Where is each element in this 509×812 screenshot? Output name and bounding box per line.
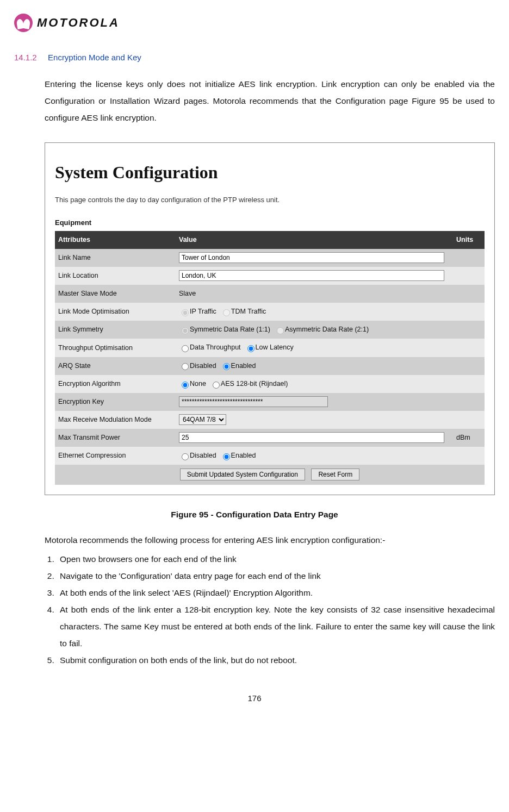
- radio-eth-enabled[interactable]: [223, 453, 230, 460]
- select-max-rx-mod[interactable]: 64QAM 7/8: [179, 414, 226, 425]
- step-5: Submit configuration on both ends of the…: [57, 652, 495, 669]
- equipment-label: Equipment: [55, 216, 485, 230]
- label-link-location: Link Location: [55, 267, 176, 285]
- row-eth-comp: Ethernet Compression Disabled Enabled: [55, 447, 485, 465]
- value-master-slave: Slave: [176, 285, 453, 303]
- lbl-arq-disabled: Disabled: [190, 362, 216, 370]
- intro-paragraph: Entering the license keys only does not …: [45, 76, 495, 126]
- process-steps: Open two browsers one for each end of th…: [14, 551, 495, 669]
- lbl-arq-enabled: Enabled: [231, 362, 256, 370]
- lbl-tdm-traffic: TDM Traffic: [231, 308, 266, 315]
- row-throughput-opt: Throughput Optimisation Data Throughput …: [55, 339, 485, 357]
- row-submit: Submit Updated System Configuration Rese…: [55, 465, 485, 485]
- label-link-mode-opt: Link Mode Optimisation: [55, 303, 176, 321]
- radio-low-latency[interactable]: [247, 345, 254, 352]
- label-link-name: Link Name: [55, 249, 176, 267]
- page-number: 176: [14, 690, 495, 707]
- config-table: Attributes Value Units Link Name Link Lo…: [55, 231, 485, 485]
- units-max-tx-power: dBm: [453, 429, 485, 447]
- motorola-logo-icon: [14, 14, 33, 32]
- label-eth-comp: Ethernet Compression: [55, 447, 176, 465]
- config-page-subtitle: This page controls the day to day config…: [55, 193, 485, 207]
- label-encryption-key: Encryption Key: [55, 393, 176, 411]
- label-link-symmetry: Link Symmetry: [55, 321, 176, 339]
- radio-ip-traffic[interactable]: [182, 309, 189, 316]
- step-2: Navigate to the 'Configuration' data ent…: [57, 567, 495, 584]
- label-encryption-algo: Encryption Algorithm: [55, 375, 176, 393]
- section-number: 14.1.2: [14, 53, 37, 62]
- input-max-tx-power[interactable]: [179, 432, 444, 443]
- section-heading: 14.1.2 Encryption Mode and Key: [14, 49, 495, 66]
- lbl-eth-disabled: Disabled: [190, 452, 216, 459]
- lbl-enc-none: None: [190, 380, 206, 388]
- radio-symmetric[interactable]: [182, 327, 189, 334]
- input-encryption-key[interactable]: [179, 396, 328, 407]
- row-link-symmetry: Link Symmetry Symmetric Data Rate (1:1) …: [55, 321, 485, 339]
- lbl-eth-enabled: Enabled: [231, 452, 256, 459]
- input-link-location[interactable]: [179, 270, 444, 281]
- step-4: At both ends of the link enter a 128-bit…: [57, 601, 495, 652]
- process-intro: Motorola recommends the following proces…: [45, 532, 495, 548]
- radio-asymmetric[interactable]: [277, 327, 284, 334]
- radio-arq-disabled[interactable]: [182, 363, 189, 370]
- input-link-name[interactable]: [179, 252, 444, 263]
- figure-caption: Figure 95 - Configuration Data Entry Pag…: [14, 506, 495, 523]
- lbl-enc-aes: AES 128-bit (Rijndael): [221, 380, 288, 388]
- radio-arq-enabled[interactable]: [223, 363, 230, 370]
- row-master-slave: Master Slave Mode Slave: [55, 285, 485, 303]
- label-arq-state: ARQ State: [55, 357, 176, 375]
- radio-tdm-traffic[interactable]: [223, 309, 230, 316]
- lbl-asymmetric: Asymmetric Data Rate (2:1): [285, 326, 369, 333]
- col-value: Value: [176, 231, 453, 249]
- radio-enc-none[interactable]: [182, 382, 189, 389]
- radio-enc-aes[interactable]: [213, 382, 220, 389]
- brand-header: MOTOROLA: [14, 11, 495, 35]
- row-max-rx-mod: Max Receive Modulation Mode 64QAM 7/8: [55, 411, 485, 429]
- label-max-rx-mod: Max Receive Modulation Mode: [55, 411, 176, 429]
- col-units: Units: [453, 231, 485, 249]
- row-link-mode-opt: Link Mode Optimisation IP Traffic TDM Tr…: [55, 303, 485, 321]
- config-screenshot: System Configuration This page controls …: [45, 142, 495, 495]
- config-page-title: System Configuration: [55, 155, 485, 190]
- label-max-tx-power: Max Transmit Power: [55, 429, 176, 447]
- row-link-location: Link Location: [55, 267, 485, 285]
- reset-button[interactable]: Reset Form: [311, 469, 359, 480]
- lbl-low-latency: Low Latency: [256, 344, 294, 352]
- label-throughput-opt: Throughput Optimisation: [55, 339, 176, 357]
- row-max-tx-power: Max Transmit Power dBm: [55, 429, 485, 447]
- brand-wordmark: MOTOROLA: [37, 11, 120, 35]
- step-3: At both ends of the link select 'AES (Ri…: [57, 584, 495, 601]
- submit-button[interactable]: Submit Updated System Configuration: [180, 469, 305, 480]
- row-link-name: Link Name: [55, 249, 485, 267]
- lbl-ip-traffic: IP Traffic: [190, 308, 216, 315]
- row-encryption-algo: Encryption Algorithm None AES 128-bit (R…: [55, 375, 485, 393]
- col-attributes: Attributes: [55, 231, 176, 249]
- radio-data-throughput[interactable]: [182, 345, 189, 352]
- lbl-symmetric: Symmetric Data Rate (1:1): [190, 326, 270, 333]
- radio-eth-disabled[interactable]: [182, 453, 189, 460]
- step-1: Open two browsers one for each end of th…: [57, 551, 495, 567]
- lbl-data-throughput: Data Throughput: [190, 344, 241, 352]
- row-encryption-key: Encryption Key: [55, 393, 485, 411]
- label-master-slave: Master Slave Mode: [55, 285, 176, 303]
- section-title: Encryption Mode and Key: [48, 53, 141, 62]
- row-arq-state: ARQ State Disabled Enabled: [55, 357, 485, 375]
- table-header-row: Attributes Value Units: [55, 231, 485, 249]
